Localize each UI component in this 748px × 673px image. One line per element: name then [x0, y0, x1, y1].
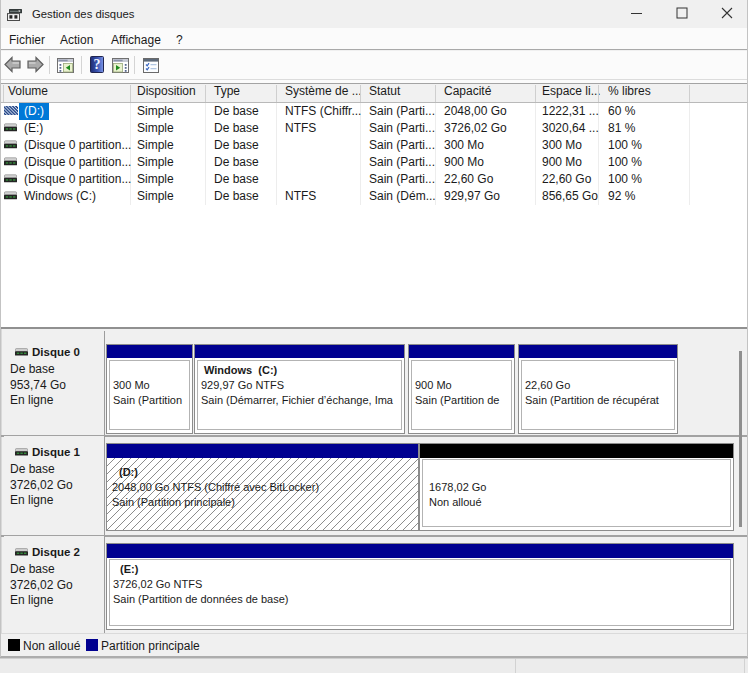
svg-text:?: ?	[94, 57, 101, 72]
